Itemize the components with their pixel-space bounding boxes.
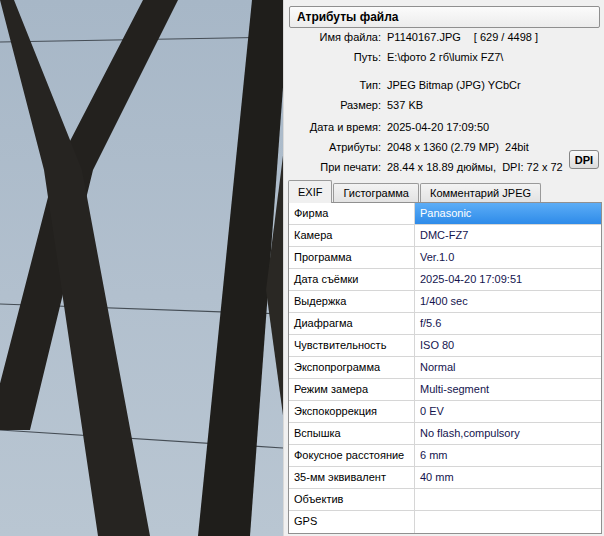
exif-row-metering[interactable]: Режим замера Multi-segment [289, 379, 601, 401]
exif-key: Диафрагма [289, 313, 415, 334]
exif-key: Камера [289, 225, 415, 246]
exif-value: 40 mm [415, 467, 601, 488]
print-size-label: При печати: [284, 159, 381, 175]
exif-row-iso[interactable]: Чувствительность ISO 80 [289, 335, 601, 357]
tab-jpeg-comment[interactable]: Комментарий JPEG [420, 183, 541, 203]
exif-key: Дата съёмки [289, 269, 415, 290]
exif-key: Объектив [289, 489, 415, 510]
datetime-value: 2025-04-20 17:09:50 [387, 119, 489, 135]
exif-value: Panasonic [415, 203, 601, 224]
print-size-value: 28.44 x 18.89 дюймы, DPI: 72 x 72 [387, 159, 563, 175]
datetime-label: Дата и время: [284, 119, 381, 135]
path-value: E:\фото 2 гб\lumix FZ7\ [387, 49, 503, 65]
exif-value: 0 EV [415, 401, 601, 422]
exif-key: GPS [289, 511, 415, 533]
exif-value: 6 mm [415, 445, 601, 466]
tab-histogram[interactable]: Гистограмма [333, 183, 419, 203]
size-value: 537 KB [387, 97, 423, 113]
panel-title: Атрибуты файла [289, 6, 600, 28]
exif-value: Ver.1.0 [415, 247, 601, 268]
exif-value: 1/400 sec [415, 291, 601, 312]
type-label: Тип: [284, 77, 381, 93]
filename-label: Имя файла: [284, 29, 381, 45]
exif-value: ISO 80 [415, 335, 601, 356]
tab-exif[interactable]: EXIF [288, 180, 332, 203]
exif-row-camera[interactable]: Камера DMC-FZ7 [289, 225, 601, 247]
dimensions-value: 2048 x 1360 (2.79 MP) 24bit [387, 139, 529, 155]
filename-value: P1140167.JPG[ 629 / 4498 ] [387, 29, 538, 45]
exif-key: Чувствительность [289, 335, 415, 356]
exif-row-gps[interactable]: GPS [289, 511, 601, 533]
tab-bar: EXIF Гистограмма Комментарий JPEG [288, 180, 542, 203]
dimensions-label: Атрибуты: [284, 139, 381, 155]
exif-value: f/5.6 [415, 313, 601, 334]
exif-row-35mm-equivalent[interactable]: 35-мм эквивалент 40 mm [289, 467, 601, 489]
exif-value: DMC-FZ7 [415, 225, 601, 246]
exif-row-aperture[interactable]: Диафрагма f/5.6 [289, 313, 601, 335]
file-index-counter: [ 629 / 4498 ] [474, 31, 538, 43]
exif-row-flash[interactable]: Вспышка No flash,compulsory [289, 423, 601, 445]
exif-row-expo-correction[interactable]: Экспокоррекция 0 EV [289, 401, 601, 423]
exif-row-make[interactable]: Фирма Panasonic [289, 203, 601, 225]
file-attributes-panel: Атрибуты файла Имя файла: P1140167.JPG[ … [283, 0, 604, 536]
exif-row-expo-program[interactable]: Экспопрограмма Normal [289, 357, 601, 379]
exif-key: Программа [289, 247, 415, 268]
exif-value [415, 511, 601, 533]
exif-row-shutter[interactable]: Выдержка 1/400 sec [289, 291, 601, 313]
exif-row-software[interactable]: Программа Ver.1.0 [289, 247, 601, 269]
exif-key: Выдержка [289, 291, 415, 312]
exif-value: 2025-04-20 17:09:51 [415, 269, 601, 290]
exif-key: 35-мм эквивалент [289, 467, 415, 488]
exif-row-lens[interactable]: Объектив [289, 489, 601, 511]
dpi-button[interactable]: DPI [569, 150, 599, 169]
photo-image [0, 0, 283, 536]
exif-value: No flash,compulsory [415, 423, 601, 444]
exif-key: Фокусное расстояние [289, 445, 415, 466]
exif-key: Фирма [289, 203, 415, 224]
exif-value: Normal [415, 357, 601, 378]
photo-canvas[interactable] [0, 0, 283, 536]
exif-table: Фирма Panasonic Камера DMC-FZ7 Программа… [288, 202, 602, 534]
exif-key: Режим замера [289, 379, 415, 400]
exif-value [415, 489, 601, 510]
file-attributes-window: { "photo": { "alt": "Dark diagonal metal… [0, 0, 604, 536]
exif-key: Экспокоррекция [289, 401, 415, 422]
exif-value: Multi-segment [415, 379, 601, 400]
exif-key: Вспышка [289, 423, 415, 444]
path-label: Путь: [284, 49, 381, 65]
exif-key: Экспопрограмма [289, 357, 415, 378]
type-value: JPEG Bitmap (JPG) YCbCr [387, 77, 521, 93]
exif-row-shot-date[interactable]: Дата съёмки 2025-04-20 17:09:51 [289, 269, 601, 291]
size-label: Размер: [284, 97, 381, 113]
exif-row-focal-length[interactable]: Фокусное расстояние 6 mm [289, 445, 601, 467]
